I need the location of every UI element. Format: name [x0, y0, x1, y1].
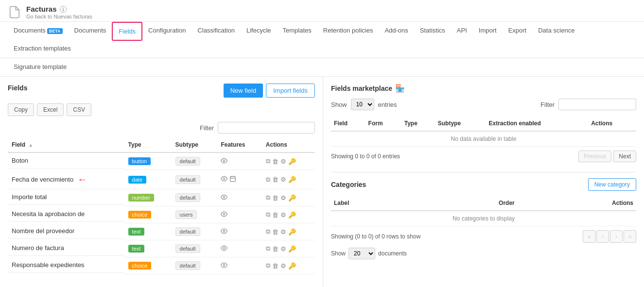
marketplace-show-select[interactable]: 10 25 50: [351, 99, 374, 110]
copy-field-icon[interactable]: ⧉: [266, 228, 270, 236]
settings-field-icon[interactable]: ⚙: [280, 262, 286, 270]
field-type-cell: date: [124, 170, 172, 189]
nav-item-api[interactable]: API: [451, 22, 473, 40]
field-features-cell: [217, 170, 261, 189]
copy-button[interactable]: Copy: [8, 103, 34, 116]
table-row: Necesita la aprobacion dechoiceusers⧉🗑⚙🔑: [8, 206, 315, 223]
settings-field-icon[interactable]: ⚙: [280, 176, 286, 183]
field-features-cell: [217, 240, 261, 257]
nav-item-documents[interactable]: Documents: [69, 22, 112, 40]
nav-item-signature[interactable]: Signature template: [8, 58, 72, 76]
calendar-icon[interactable]: [229, 175, 236, 184]
delete-field-icon[interactable]: 🗑: [272, 194, 278, 202]
field-features-cell: [217, 206, 261, 223]
fields-filter-input[interactable]: [218, 122, 315, 134]
nav-item-lifecycle[interactable]: Lifecycle: [241, 22, 277, 40]
key-field-icon[interactable]: 🔑: [288, 228, 296, 236]
action-icons: ⧉🗑⚙🔑: [266, 157, 311, 165]
nav-item-datascience[interactable]: Data science: [532, 22, 580, 40]
copy-field-icon[interactable]: ⧉: [266, 211, 270, 219]
nav-item-fields[interactable]: Fields: [112, 22, 142, 41]
marketplace-icon: 🏪: [395, 84, 405, 93]
new-category-button[interactable]: New category: [588, 178, 636, 191]
new-field-button[interactable]: New field: [224, 84, 263, 98]
eye-icon[interactable]: [221, 228, 227, 236]
delete-field-icon[interactable]: 🗑: [272, 228, 278, 236]
categories-next-btn[interactable]: ›: [610, 230, 623, 243]
settings-field-icon[interactable]: ⚙: [280, 211, 286, 219]
nav-item-configuration[interactable]: Configuration: [142, 22, 191, 40]
eye-icon[interactable]: [221, 245, 227, 253]
categories-first-btn[interactable]: «: [583, 230, 595, 243]
page-title: Facturas: [26, 5, 57, 13]
field-actions-cell: ⧉🗑⚙🔑: [262, 170, 315, 189]
show-docs-select[interactable]: 20 50 100: [348, 248, 375, 259]
marketplace-next-btn[interactable]: Next: [613, 151, 636, 162]
nav-item-export[interactable]: Export: [503, 22, 533, 40]
fields-panel-title: Fields: [8, 84, 27, 92]
fields-table: Field ▲ Type Subtype Features Actions Bo…: [8, 137, 315, 274]
delete-field-icon[interactable]: 🗑: [272, 245, 278, 253]
eye-icon[interactable]: [221, 194, 227, 202]
nav-item-extraction[interactable]: Extraction templates: [8, 40, 77, 58]
svg-point-7: [224, 213, 226, 215]
action-icons: ⧉🗑⚙🔑: [266, 194, 311, 202]
copy-field-icon[interactable]: ⧉: [266, 157, 270, 165]
col-subtype: Subtype: [172, 137, 217, 152]
settings-field-icon[interactable]: ⚙: [280, 158, 286, 165]
key-field-icon[interactable]: 🔑: [288, 245, 296, 253]
settings-field-icon[interactable]: ⚙: [280, 245, 286, 253]
eye-icon[interactable]: [221, 262, 227, 270]
marketplace-prev-btn[interactable]: Previous: [578, 151, 612, 162]
nav-item-documents-beta[interactable]: DocumentsBETA: [8, 22, 69, 40]
copy-field-icon[interactable]: ⧉: [266, 245, 270, 253]
col-field[interactable]: Field ▲: [8, 137, 124, 152]
nav-item-retention[interactable]: Retention policies: [317, 22, 379, 40]
svg-point-6: [224, 196, 226, 198]
eye-icon[interactable]: [221, 211, 227, 219]
categories-last-btn[interactable]: »: [624, 230, 636, 243]
nav-bar: DocumentsBETA Documents Fields Configura…: [0, 22, 644, 58]
marketplace-controls: Show 10 25 50 entries Filter: [331, 99, 636, 110]
market-col-subtype: Subtype: [435, 116, 486, 131]
import-fields-button[interactable]: Import fields: [266, 84, 315, 98]
field-features-cell: [217, 257, 261, 274]
eye-icon[interactable]: [221, 157, 227, 166]
nav-item-addons[interactable]: Add-ons: [379, 22, 414, 40]
categories-pag-buttons: « ‹ › »: [583, 230, 636, 243]
nav-item-import[interactable]: Import: [473, 22, 503, 40]
field-name-cell: Nombre del proveedor: [8, 223, 124, 239]
marketplace-filter-input[interactable]: [558, 99, 636, 110]
excel-button[interactable]: Excel: [37, 103, 64, 116]
key-field-icon[interactable]: 🔑: [288, 211, 296, 219]
table-row: Fecha de vencimiento←datedefault⧉🗑⚙🔑: [8, 170, 315, 189]
key-field-icon[interactable]: 🔑: [288, 194, 296, 202]
field-name-cell: Importe total: [8, 189, 124, 205]
nav-item-classification[interactable]: Classification: [191, 22, 241, 40]
marketplace-title: Fields marketplace 🏪: [331, 84, 636, 93]
delete-field-icon[interactable]: 🗑: [272, 158, 278, 165]
delete-field-icon[interactable]: 🗑: [272, 262, 278, 270]
info-icon[interactable]: ℹ: [60, 6, 67, 13]
copy-field-icon[interactable]: ⧉: [266, 176, 270, 184]
nav-item-templates[interactable]: Templates: [277, 22, 317, 40]
key-field-icon[interactable]: 🔑: [288, 158, 296, 165]
copy-field-icon[interactable]: ⧉: [266, 262, 270, 270]
back-link[interactable]: Go back to Nuevas facturas: [26, 14, 92, 19]
field-actions-cell: ⧉🗑⚙🔑: [262, 257, 315, 274]
key-field-icon[interactable]: 🔑: [288, 176, 296, 183]
key-field-icon[interactable]: 🔑: [288, 262, 296, 270]
eye-icon[interactable]: [221, 175, 227, 184]
field-type-cell: text: [124, 240, 172, 257]
nav-item-statistics[interactable]: Statistics: [414, 22, 451, 40]
csv-button[interactable]: CSV: [67, 103, 91, 116]
marketplace-pagination: Showing 0 to 0 of 0 entries Previous Nex…: [331, 151, 636, 162]
categories-prev-btn[interactable]: ‹: [596, 230, 609, 243]
col-type: Type: [124, 137, 172, 152]
field-subtype-cell: default: [172, 189, 217, 206]
settings-field-icon[interactable]: ⚙: [280, 194, 286, 202]
delete-field-icon[interactable]: 🗑: [272, 176, 278, 183]
delete-field-icon[interactable]: 🗑: [272, 211, 278, 219]
copy-field-icon[interactable]: ⧉: [266, 194, 270, 202]
settings-field-icon[interactable]: ⚙: [280, 228, 286, 236]
